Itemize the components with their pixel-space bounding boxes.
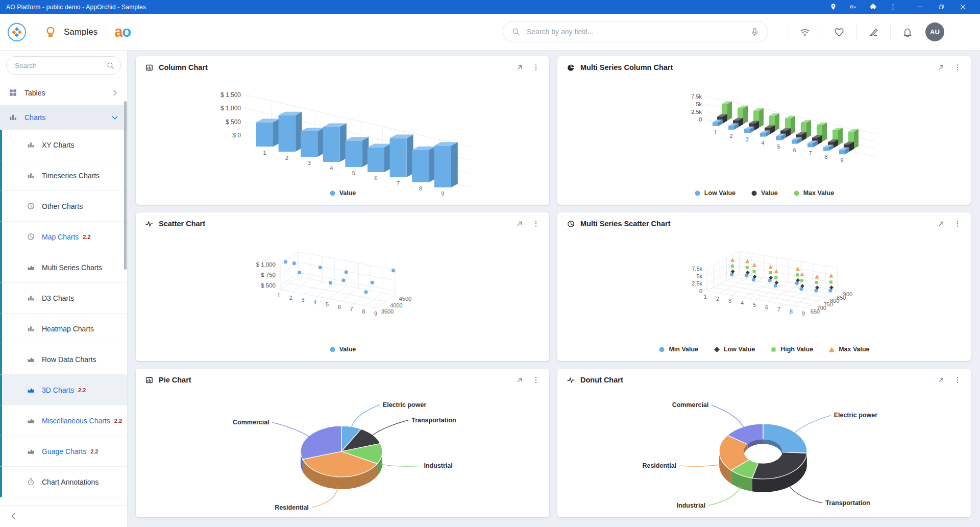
- svg-text:8: 8: [790, 308, 793, 315]
- expand-chart-button[interactable]: [516, 376, 524, 384]
- app-title: Samples: [64, 27, 97, 37]
- apporchid-logo: ao: [114, 23, 131, 40]
- card-header: Column Chart: [136, 56, 549, 79]
- card-title: Column Chart: [159, 63, 208, 71]
- expand-chart-button[interactable]: [516, 63, 524, 71]
- svg-text:2.5k: 2.5k: [692, 280, 702, 286]
- sidebar-item-map-charts[interactable]: Map Charts2.2: [0, 222, 127, 252]
- svg-text:3500: 3500: [381, 308, 394, 315]
- svg-text:Transportation: Transportation: [825, 499, 870, 507]
- sidebar: TablesChartsXY ChartsTimeseries ChartsOt…: [0, 50, 128, 527]
- svg-text:Electric power: Electric power: [834, 412, 878, 419]
- svg-text:3: 3: [728, 298, 731, 304]
- user-avatar[interactable]: AU: [925, 22, 944, 41]
- collapse-sidebar-icon: [9, 512, 18, 521]
- sidebar-item-heatmap-charts[interactable]: Heatmap Charts: [0, 314, 127, 344]
- card-menu-button[interactable]: [953, 376, 962, 384]
- card-menu-button[interactable]: [953, 63, 962, 71]
- lightbulb-icon[interactable]: [43, 25, 58, 39]
- card-menu-button[interactable]: [953, 220, 962, 228]
- microphone-icon[interactable]: [750, 27, 760, 37]
- sidebar-item-3d-charts[interactable]: 3D Charts2.2: [0, 375, 127, 405]
- favorites-heart-icon[interactable]: [831, 27, 847, 38]
- browser-menu-icon[interactable]: [889, 3, 897, 11]
- window-close-button[interactable]: [959, 3, 967, 11]
- svg-text:4: 4: [741, 300, 744, 306]
- location-pin-icon[interactable]: [829, 3, 837, 11]
- card-menu-button[interactable]: [532, 220, 540, 228]
- svg-text:7: 7: [808, 150, 812, 156]
- expand-chart-button[interactable]: [937, 220, 945, 228]
- svg-text:$ 1,000: $ 1,000: [220, 105, 241, 112]
- scatter-chart-card: Scatter Chart$ 500$ 750$ 1,0001234567893…: [136, 212, 549, 361]
- sidebar-item-xy-charts[interactable]: XY Charts: [0, 130, 127, 160]
- app-logo-icon[interactable]: [7, 22, 27, 42]
- pen-icon[interactable]: [866, 27, 881, 38]
- global-search[interactable]: [503, 21, 768, 42]
- legend-item-max-value[interactable]: Max Value: [828, 346, 869, 353]
- svg-text:7.5k: 7.5k: [692, 266, 702, 272]
- area-chart-icon: [27, 447, 35, 456]
- sidebar-item-other-charts[interactable]: Other Charts: [0, 191, 127, 222]
- legend-item-value[interactable]: Value: [329, 346, 356, 353]
- svg-text:6: 6: [765, 304, 768, 310]
- legend-item-high-value[interactable]: High Value: [770, 346, 813, 353]
- sidebar-item-multi-series-charts[interactable]: Multi Series Charts: [0, 252, 127, 283]
- column-chart-canvas: $ 0$ 500$ 1,000$ 1,500123456789: [146, 79, 539, 199]
- extensions-puzzle-icon[interactable]: [869, 3, 877, 11]
- sidebar-item-miscellaneous-charts[interactable]: Miscellaneous Charts2.2: [0, 405, 127, 436]
- bell-icon[interactable]: [900, 27, 915, 38]
- card-title: Scatter Chart: [159, 220, 205, 228]
- sidebar-item-d3-charts[interactable]: D3 Charts: [0, 283, 127, 314]
- sidebar-search[interactable]: [6, 56, 121, 75]
- expand-chart-button[interactable]: [516, 220, 524, 228]
- sidebar-item-label: Other Charts: [42, 202, 83, 210]
- wifi-icon[interactable]: [797, 27, 813, 38]
- legend-label: Value: [761, 189, 778, 197]
- card-title: Donut Chart: [580, 376, 623, 384]
- expand-chart-button[interactable]: [937, 376, 945, 384]
- card-menu-button[interactable]: [532, 63, 540, 71]
- search-icon: [106, 61, 115, 70]
- legend-marker-circle: [329, 346, 336, 353]
- legend-item-value[interactable]: Value: [751, 189, 778, 197]
- chart-legend: Low ValueValueMax Value: [557, 189, 971, 197]
- sidebar-item-label: Multi Series Charts: [42, 264, 102, 272]
- chart-legend: Value: [136, 189, 549, 197]
- key-icon[interactable]: [849, 3, 857, 11]
- svg-text:8: 8: [824, 154, 827, 160]
- bar-chart-icon: [27, 171, 35, 180]
- window-restore-button[interactable]: [938, 4, 945, 10]
- legend-item-min-value[interactable]: Min Value: [658, 346, 698, 353]
- legend-marker-triangle: [828, 346, 835, 353]
- chevron-right-icon: [111, 89, 119, 97]
- window-minimize-button[interactable]: [916, 3, 924, 11]
- sidebar-item-timeseries-charts[interactable]: Timeseries Charts: [0, 160, 127, 191]
- sidebar-item-row-data-charts[interactable]: Row Data Charts: [0, 344, 127, 375]
- legend-item-max-value[interactable]: Max Value: [793, 189, 834, 197]
- expand-chart-button[interactable]: [937, 63, 945, 71]
- pulse-icon: [567, 376, 575, 385]
- sidebar-collapse-bar[interactable]: [0, 505, 127, 527]
- card-header: Pie Chart: [136, 369, 549, 391]
- sidebar-item-tables[interactable]: Tables: [0, 81, 127, 105]
- sidebar-item-charts[interactable]: Charts: [0, 105, 127, 130]
- legend-item-low-value[interactable]: Low Value: [714, 346, 755, 353]
- sidebar-scrollbar[interactable]: [124, 101, 127, 270]
- sidebar-item-chart-annotations[interactable]: Chart Annotations: [0, 467, 127, 497]
- sidebar-item-guage-charts[interactable]: Guage Charts2.2: [0, 436, 127, 467]
- svg-text:4: 4: [330, 165, 333, 171]
- multi-series-scatter-chart-card: Multi Series Scatter Chart02.5k5k7.5k123…: [557, 212, 971, 361]
- area-chart-icon: [27, 355, 35, 364]
- donut-chart-card: Donut ChartElectric powerTransportationI…: [557, 369, 971, 517]
- svg-text:9: 9: [840, 157, 843, 163]
- card-menu-button[interactable]: [532, 376, 540, 384]
- area-chart-icon: [27, 416, 35, 425]
- sidebar-item-label: Row Data Charts: [42, 355, 96, 364]
- legend-item-low-value[interactable]: Low Value: [694, 189, 736, 197]
- svg-text:5k: 5k: [696, 273, 702, 279]
- stopwatch-icon: [27, 477, 35, 486]
- sidebar-search-input[interactable]: [14, 61, 106, 70]
- legend-item-value[interactable]: Value: [329, 189, 356, 197]
- global-search-input[interactable]: [526, 27, 750, 36]
